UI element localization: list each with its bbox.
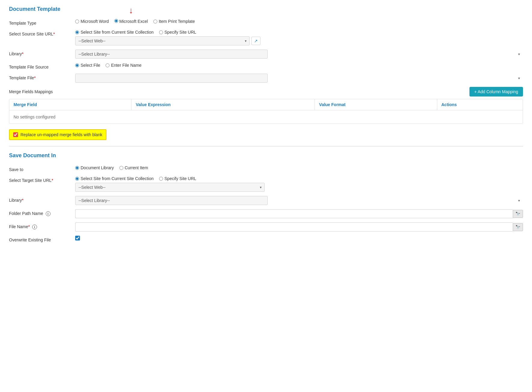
target-library-dropdown[interactable]: --Select Library-- xyxy=(75,196,268,205)
replace-unmapped-row[interactable]: Replace un-mapped merge fields with blan… xyxy=(9,129,106,140)
file-name-controls: 🔭 xyxy=(75,222,523,231)
save-to-current-item-option[interactable]: Current Item xyxy=(119,165,148,170)
select-file-option[interactable]: Select File xyxy=(75,63,100,68)
overwrite-existing-file-label: Overwrite Existing File xyxy=(9,236,75,242)
enter-file-name-option[interactable]: Enter File Name xyxy=(106,63,141,68)
template-type-excel-label: Microsoft Excel xyxy=(119,19,148,24)
select-file-radio[interactable] xyxy=(75,63,79,67)
template-type-row: Template Type Microsoft Word ↓ Microsoft… xyxy=(9,19,523,26)
template-type-word-label: Microsoft Word xyxy=(81,19,109,24)
source-library-label: Library* xyxy=(9,50,75,56)
target-library-wrapper: --Select Library-- xyxy=(75,196,523,205)
target-current-collection-radio[interactable] xyxy=(75,177,79,181)
merge-fields-table: Merge Field Value Expression Value Forma… xyxy=(9,99,523,124)
template-type-word-radio[interactable] xyxy=(75,20,79,23)
target-specify-url-radio[interactable] xyxy=(159,177,163,181)
template-file-dropdown[interactable] xyxy=(75,74,268,83)
source-current-collection-option[interactable]: Select Site from Current Site Collection xyxy=(75,30,154,35)
template-type-controls: Microsoft Word ↓ Microsoft Excel Item Pr… xyxy=(75,19,523,24)
select-source-site-url-label: Select Source Site URL* xyxy=(9,30,75,36)
target-specify-url-option[interactable]: Specify Site URL xyxy=(159,176,196,181)
replace-unmapped-label: Replace un-mapped merge fields with blan… xyxy=(20,132,102,137)
save-document-in-section: Save Document In Save to Document Librar… xyxy=(9,152,523,242)
template-type-item-print-option[interactable]: Item Print Template xyxy=(153,19,195,24)
source-site-radio-group: Select Site from Current Site Collection… xyxy=(75,30,523,35)
value-expression-col-header: Value Expression xyxy=(131,99,315,110)
target-library-controls: --Select Library-- xyxy=(75,196,523,205)
source-specify-url-option[interactable]: Specify Site URL xyxy=(159,30,196,35)
overwrite-existing-file-checkbox[interactable] xyxy=(75,236,80,240)
target-select-web-wrapper: --Select Web-- xyxy=(75,183,265,192)
save-to-current-item-label: Current Item xyxy=(125,165,148,170)
enter-file-name-label: Enter File Name xyxy=(111,63,141,68)
merge-fields-empty-message: No settings configured xyxy=(9,110,523,124)
save-to-doc-library-option[interactable]: Document Library xyxy=(75,165,114,170)
target-library-required: * xyxy=(22,198,23,203)
file-name-input-group: 🔭 xyxy=(75,222,523,231)
template-file-source-radio-group: Select File Enter File Name xyxy=(75,63,523,68)
template-type-label: Template Type xyxy=(9,19,75,26)
actions-col-header: Actions xyxy=(437,99,523,110)
file-name-label: File Name* i xyxy=(9,222,75,229)
save-to-controls: Document Library Current Item xyxy=(75,165,523,170)
save-to-row: Save to Document Library Current Item xyxy=(9,165,523,172)
source-library-controls: --Select Library-- xyxy=(75,50,523,59)
add-column-mapping-button[interactable]: + Add Column Mapping xyxy=(469,87,523,96)
save-document-in-title: Save Document In xyxy=(9,152,523,161)
folder-path-name-input[interactable] xyxy=(75,209,513,218)
template-file-label: Template File* xyxy=(9,74,75,80)
source-library-wrapper: --Select Library-- xyxy=(75,50,523,59)
template-type-excel-radio[interactable] xyxy=(114,19,118,23)
target-current-collection-option[interactable]: Select Site from Current Site Collection xyxy=(75,176,154,181)
merge-fields-section: Merge Fields Mappings + Add Column Mappi… xyxy=(9,87,523,140)
template-type-item-print-radio[interactable] xyxy=(153,20,157,23)
template-file-row: Template File* xyxy=(9,74,523,83)
value-format-col-header: Value Format xyxy=(315,99,437,110)
target-specify-url-label: Specify Site URL xyxy=(165,176,196,181)
enter-file-name-radio[interactable] xyxy=(106,63,109,67)
target-library-row: Library* --Select Library-- xyxy=(9,196,523,205)
file-name-browse-button[interactable]: 🔭 xyxy=(513,223,523,231)
source-current-collection-radio[interactable] xyxy=(75,30,79,34)
select-source-site-url-row: Select Source Site URL* Select Site from… xyxy=(9,30,523,45)
source-library-required: * xyxy=(22,51,23,56)
template-type-word-option[interactable]: Microsoft Word xyxy=(75,19,109,24)
replace-unmapped-checkbox[interactable] xyxy=(13,132,18,137)
source-current-collection-label: Select Site from Current Site Collection xyxy=(81,30,154,35)
select-target-site-controls: Select Site from Current Site Collection… xyxy=(75,176,523,192)
template-file-source-controls: Select File Enter File Name xyxy=(75,63,523,68)
source-select-web-row: --Select Web-- ↗ xyxy=(75,36,523,45)
template-type-excel-option[interactable]: ↓ Microsoft Excel xyxy=(114,19,148,24)
template-file-controls xyxy=(75,74,523,83)
target-select-web-row: --Select Web-- xyxy=(75,183,523,192)
select-source-required: * xyxy=(53,32,55,36)
select-target-site-url-label: Select Target Site URL* xyxy=(9,176,75,183)
save-to-doc-library-radio[interactable] xyxy=(75,166,79,170)
folder-path-name-label: Folder Path Name i xyxy=(9,209,75,216)
file-name-required: * xyxy=(28,224,30,229)
template-file-required: * xyxy=(34,75,35,80)
source-specify-url-radio[interactable] xyxy=(159,30,163,34)
source-select-web-dropdown[interactable]: --Select Web-- xyxy=(75,36,250,45)
source-library-dropdown[interactable]: --Select Library-- xyxy=(75,50,268,59)
red-arrow-annotation: ↓ xyxy=(129,6,133,15)
save-to-radio-group: Document Library Current Item xyxy=(75,165,523,170)
source-library-row: Library* --Select Library-- xyxy=(9,50,523,59)
template-file-source-row: Template File Source Select File Enter F… xyxy=(9,63,523,69)
document-template-title: Document Template xyxy=(9,6,523,14)
source-external-link-button[interactable]: ↗ xyxy=(251,37,260,45)
folder-path-info-icon[interactable]: i xyxy=(46,211,51,216)
document-template-section: Document Template Template Type Microsof… xyxy=(9,6,523,140)
save-to-current-item-radio[interactable] xyxy=(119,166,123,170)
target-select-web-dropdown[interactable]: --Select Web-- xyxy=(75,183,265,192)
select-source-site-controls: Select Site from Current Site Collection… xyxy=(75,30,523,45)
template-type-item-print-label: Item Print Template xyxy=(159,19,195,24)
overwrite-existing-file-row: Overwrite Existing File xyxy=(9,236,523,242)
save-to-label: Save to xyxy=(9,165,75,172)
folder-path-browse-button[interactable]: 🔭 xyxy=(513,210,523,218)
merge-fields-title: Merge Fields Mappings xyxy=(9,89,53,94)
target-site-radio-group: Select Site from Current Site Collection… xyxy=(75,176,523,181)
template-file-wrapper xyxy=(75,74,523,83)
file-name-info-icon[interactable]: i xyxy=(32,225,37,229)
file-name-input[interactable] xyxy=(75,222,513,231)
